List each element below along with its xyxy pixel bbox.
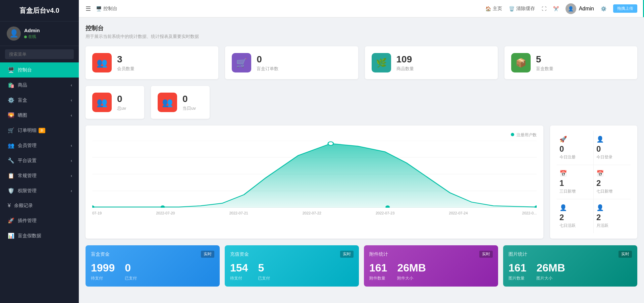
stats-row-2: 👥 0 总uv 👥 0 当日uv: [86, 86, 314, 119]
total-uv-label: 总uv: [117, 105, 126, 111]
page-subtitle: 用于展示当前系统中的统计数据、统计报表及重要实时数据: [86, 34, 637, 40]
orders-label: 盲盒订单数: [257, 66, 278, 72]
bc-badge-4: 实时: [619, 251, 632, 258]
sidebar-item-dashboard[interactable]: 🖥️ 控制台: [0, 62, 79, 78]
bc-sub-3b: 附件大小: [397, 275, 426, 281]
admin-username: Admin: [579, 6, 594, 12]
stats-row-1: 👥 3 会员数量 🛒 0 盲盒订单数 🌿 109 商品数量: [86, 46, 637, 79]
nav-label-goods: 商品: [18, 82, 27, 88]
nav-label-fake: 盲盒假数据: [18, 233, 41, 239]
settings-button[interactable]: ⚙️: [601, 6, 606, 11]
today-login-value: 0: [596, 144, 628, 154]
rs-today-login: 👤 0 今日登录: [594, 131, 631, 165]
bc-val-2a: 154: [230, 262, 248, 274]
clear-cache-button[interactable]: 🗑️ 清除缓存: [509, 6, 535, 12]
arrow-icon-2: ‹: [71, 98, 72, 103]
bottom-card-attachments: 附件统计 实时 161 附件数量 26MB 附件大小: [364, 245, 498, 287]
3day-new-value: 1: [559, 179, 591, 188]
bc-val-4a: 161: [508, 262, 526, 274]
bc-val-1b: 0: [125, 262, 137, 274]
bc-val-3a: 161: [369, 262, 387, 274]
7day-new-label: 七日新增: [596, 189, 628, 194]
arrow-icon-4: ‹: [71, 143, 72, 148]
sidebar-item-fake[interactable]: 📊 盲盒假数据: [0, 228, 79, 243]
stat-card-products: 🌿 109 商品数量: [365, 46, 498, 79]
rs-monthly-active: 👤 2 月活跃: [594, 199, 631, 233]
sidebar-item-members[interactable]: 👥 会员管理 ‹: [0, 138, 79, 153]
orders-value: 0: [257, 54, 278, 65]
bc-sub-4b: 图片大小: [536, 275, 565, 281]
3day-new-label: 三日新增: [559, 189, 591, 194]
nav-label-photo: 晒图: [18, 112, 27, 118]
sidebar-item-balance[interactable]: ¥ 余额记录: [0, 198, 79, 213]
orders-stat-icon: 🛒: [232, 53, 251, 72]
sidebar-item-plugins[interactable]: 🚀 插件管理: [0, 213, 79, 228]
main-area: ☰ 🖥️ 控制台 🏠 主页 🗑️ 清除缓存 ⛶ ✂️: [79, 0, 644, 303]
sidebar-item-photo[interactable]: 🌄 晒图 ‹: [0, 108, 79, 123]
user-profile: 👤 Admin 在线: [0, 21, 79, 46]
header: ☰ 🖥️ 控制台 🏠 主页 🗑️ 清除缓存 ⛶ ✂️: [79, 0, 644, 17]
upload-button[interactable]: 拖拽上传: [613, 4, 637, 13]
avatar: 👤: [7, 27, 21, 41]
arrow-icon-5: ‹: [71, 158, 72, 163]
app-logo: 盲盒后台v4.0: [0, 0, 79, 21]
sidebar-item-permission[interactable]: 🛡️ 权限管理 ‹: [0, 183, 79, 198]
header-avatar: 👤: [566, 3, 576, 14]
camera-icon: ✂️: [553, 6, 559, 11]
fullscreen-icon: ⛶: [542, 6, 546, 11]
user-active-icon-2: 👤: [596, 204, 628, 211]
products-label: 商品数量: [396, 66, 414, 72]
nav-label-balance: 余额记录: [14, 203, 33, 209]
bc-title-2: 充值资金: [230, 251, 249, 257]
rs-3day-new: 📅 1 三日新增: [557, 165, 594, 199]
bc-val-3b: 26MB: [397, 262, 426, 274]
sidebar-item-general[interactable]: 📋 常规管理 ‹: [0, 168, 79, 183]
bc-title-4: 图片统计: [508, 251, 527, 257]
sidebar-item-goods[interactable]: 🛍️ 商品 ‹: [0, 78, 79, 93]
bc-badge-1: 实时: [201, 251, 214, 258]
screenshot-button[interactable]: ✂️: [553, 6, 559, 11]
calendar-icon-1: 📅: [559, 170, 591, 177]
monthly-active-label: 月活跃: [596, 223, 628, 229]
page-title: 控制台: [86, 24, 637, 32]
login-icon: 👤: [596, 136, 628, 143]
chart-container: 注册用户数: [86, 125, 543, 239]
arrow-icon-6: ‹: [71, 173, 72, 178]
nav-label-general: 常规管理: [18, 173, 37, 179]
stat-card-boxes: 📦 5 盲盒数量: [504, 46, 637, 79]
blindbox-icon: ⚙️: [8, 97, 14, 103]
daily-uv-icon: 👥: [158, 93, 177, 112]
monthly-active-value: 2: [596, 213, 628, 222]
sidebar-item-platform[interactable]: 🔧 平台设置 ‹: [0, 153, 79, 168]
members-value: 3: [117, 54, 135, 65]
chart-legend: 注册用户数: [511, 132, 537, 138]
user-menu[interactable]: 👤 Admin: [566, 3, 594, 14]
fullscreen-button[interactable]: ⛶: [542, 6, 546, 11]
status-dot: [24, 36, 27, 38]
sidebar-item-orders[interactable]: 🛒 订单明细 新: [0, 123, 79, 138]
x-label-5: 2022-07-23: [376, 211, 394, 215]
bottom-card-blindbox-fund: 盲盒资金 实时 1999 待支付 0 已支付: [86, 245, 220, 287]
bc-sub-2b: 已支付: [258, 275, 270, 281]
home-button[interactable]: 🏠 主页: [485, 6, 502, 12]
menu-toggle-button[interactable]: ☰: [86, 5, 91, 12]
sidebar-item-blindbox[interactable]: ⚙️ 盲盒 ‹: [0, 93, 79, 108]
clear-cache-label: 清除缓存: [516, 6, 535, 12]
search-input[interactable]: [5, 49, 74, 59]
bc-sub-1a: 待支付: [91, 275, 115, 281]
products-stat-icon: 🌿: [372, 53, 391, 72]
bottom-cards-row: 盲盒资金 实时 1999 待支付 0 已支付 充值资金: [86, 245, 637, 287]
chart-x-labels: 07-19 2022-07-20 2022-07-21 2022-07-22 2…: [92, 211, 537, 215]
total-uv-icon: 👥: [92, 93, 112, 112]
daily-uv-value: 0: [182, 94, 196, 104]
products-value: 109: [396, 54, 414, 65]
members-label: 会员数量: [117, 66, 135, 72]
platform-icon: 🔧: [8, 157, 14, 164]
bottom-card-recharge-fund: 充值资金 实时 154 待支付 5 已支付: [225, 245, 359, 287]
chart-dot-2: [161, 205, 165, 208]
x-label-4: 2022-07-22: [303, 211, 321, 215]
content-area: 控制台 用于展示当前系统中的统计数据、统计报表及重要实时数据 👥 3 会员数量 …: [79, 17, 644, 303]
nav-label-orders: 订单明细: [18, 128, 37, 134]
chart-area-fill: [92, 144, 537, 208]
calendar-icon-2: 📅: [596, 170, 628, 177]
